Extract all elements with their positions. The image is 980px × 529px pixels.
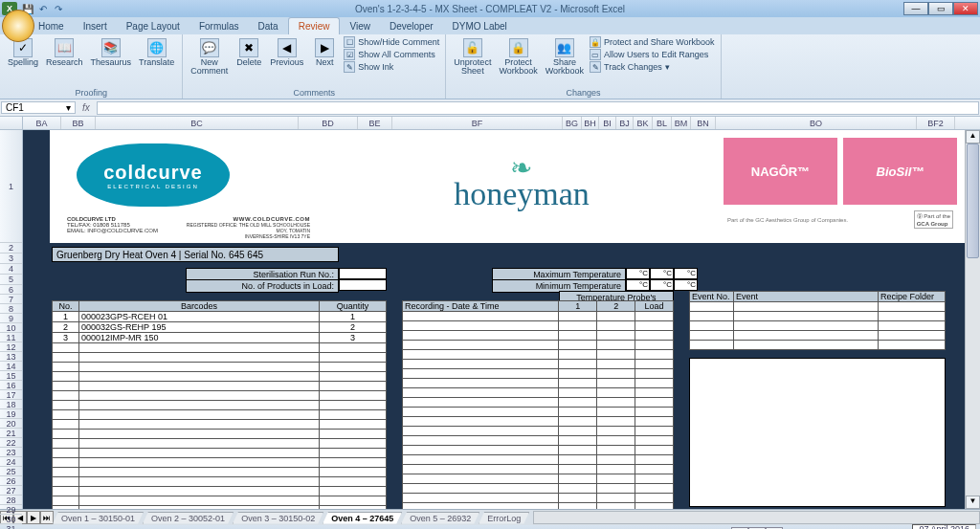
row-header[interactable]: 25 xyxy=(0,467,22,476)
row-header[interactable]: 24 xyxy=(0,457,22,467)
table-row[interactable] xyxy=(53,401,387,410)
row-header[interactable]: 28 xyxy=(0,496,22,505)
row-header[interactable]: 11 xyxy=(0,333,22,342)
col-header[interactable]: BK xyxy=(634,117,653,129)
table-row[interactable] xyxy=(53,382,387,391)
max-t2[interactable]: °C xyxy=(650,268,674,279)
show-all-comments-button[interactable]: ☑Show All Comments xyxy=(344,49,439,60)
row-header[interactable]: 1 xyxy=(0,130,22,243)
translate-button[interactable]: 🌐Translate xyxy=(137,36,176,69)
table-row[interactable] xyxy=(403,312,674,321)
next-comment-button[interactable]: ▶Next xyxy=(309,36,340,69)
col-header[interactable]: BF xyxy=(392,117,563,129)
row-header[interactable]: 9 xyxy=(0,314,22,323)
col-header[interactable]: BC xyxy=(96,117,299,129)
table-row[interactable]: 3000012IMP-MR 1503 xyxy=(53,333,387,343)
max-t1[interactable]: °C xyxy=(626,268,650,279)
row-header[interactable]: 23 xyxy=(0,448,22,457)
table-row[interactable] xyxy=(403,331,674,341)
table-row[interactable] xyxy=(53,391,387,401)
protect-share-button[interactable]: 🔒Protect and Share Workbook xyxy=(590,36,714,48)
col-header[interactable]: BB xyxy=(61,117,96,129)
table-row[interactable] xyxy=(403,321,674,331)
table-row[interactable] xyxy=(53,430,387,439)
show-ink-button[interactable]: ✎Show Ink xyxy=(344,61,439,73)
col-header[interactable]: BL xyxy=(653,117,672,129)
table-row[interactable] xyxy=(53,468,387,477)
row-header[interactable]: 19 xyxy=(0,409,22,419)
sheet-tab[interactable]: Oven 4 – 27645 xyxy=(323,512,402,524)
row-header[interactable]: 26 xyxy=(0,476,22,486)
table-row[interactable] xyxy=(403,446,674,455)
table-row[interactable] xyxy=(53,496,387,506)
table-row[interactable] xyxy=(403,341,674,350)
table-row[interactable] xyxy=(403,455,674,465)
table-row[interactable] xyxy=(403,474,674,484)
table-row[interactable]: 2000032GS-REHP 1952 xyxy=(53,322,387,333)
table-row[interactable] xyxy=(53,506,387,510)
row-header[interactable]: 6 xyxy=(0,285,22,295)
table-row[interactable]: 1000023GPS-RCEH 011 xyxy=(53,312,387,322)
previous-comment-button[interactable]: ◀Previous xyxy=(268,36,305,69)
table-row[interactable] xyxy=(690,331,946,341)
table-row[interactable] xyxy=(690,312,946,321)
tab-developer[interactable]: Developer xyxy=(380,18,443,34)
min-t3[interactable]: °C xyxy=(674,279,698,291)
tab-dymo[interactable]: DYMO Label xyxy=(443,18,517,34)
table-row[interactable] xyxy=(403,360,674,369)
undo-icon[interactable]: ↶ xyxy=(36,2,50,15)
min-t1[interactable]: °C xyxy=(626,279,650,291)
max-t3[interactable]: °C xyxy=(674,268,698,279)
row-header[interactable]: 17 xyxy=(0,390,22,400)
table-row[interactable] xyxy=(53,458,387,468)
maximize-button[interactable]: ▭ xyxy=(928,2,953,15)
research-button[interactable]: 📖Research xyxy=(44,36,85,69)
col-header[interactable]: BF2 xyxy=(917,117,955,129)
new-comment-button[interactable]: 💬New Comment xyxy=(189,36,230,77)
scroll-up-icon[interactable]: ▲ xyxy=(966,130,980,143)
table-row[interactable] xyxy=(403,369,674,379)
thesaurus-button[interactable]: 📚Thesaurus xyxy=(89,36,134,69)
row-header[interactable]: 30 xyxy=(0,515,22,524)
sheet-tab[interactable]: Oven 5 – 26932 xyxy=(401,512,479,524)
tab-home[interactable]: Home xyxy=(29,18,74,34)
row-header[interactable]: 13 xyxy=(0,352,22,362)
table-row[interactable] xyxy=(403,398,674,408)
table-row[interactable] xyxy=(53,372,387,382)
formula-input[interactable] xyxy=(97,101,979,115)
row-header[interactable]: 10 xyxy=(0,323,22,333)
tab-insert[interactable]: Insert xyxy=(74,18,117,34)
share-workbook-button[interactable]: 👥Share Workbook xyxy=(544,36,586,77)
table-row[interactable] xyxy=(403,388,674,398)
tab-nav-last-icon[interactable]: ⏭ xyxy=(40,511,54,524)
row-header[interactable]: 31 xyxy=(0,524,22,529)
show-hide-comment-button[interactable]: ☐Show/Hide Comment xyxy=(344,36,439,48)
col-header[interactable]: BM xyxy=(672,117,691,129)
delete-comment-button[interactable]: ✖Delete xyxy=(234,36,264,69)
table-row[interactable] xyxy=(53,353,387,363)
min-t2[interactable]: °C xyxy=(650,279,674,291)
table-row[interactable] xyxy=(53,410,387,420)
table-row[interactable] xyxy=(53,439,387,449)
col-header[interactable]: BD xyxy=(299,117,358,129)
row-header[interactable]: 16 xyxy=(0,381,22,390)
scroll-down-icon[interactable]: ▼ xyxy=(966,496,980,509)
table-row[interactable] xyxy=(403,350,674,360)
name-box[interactable]: CF1▾ xyxy=(1,101,76,114)
sheet-tab[interactable]: Oven 2 – 30052-01 xyxy=(143,512,234,524)
row-header[interactable]: 15 xyxy=(0,371,22,381)
products-value[interactable] xyxy=(339,279,387,291)
minimize-button[interactable]: — xyxy=(903,2,928,15)
row-header[interactable]: 4 xyxy=(0,264,22,275)
row-header[interactable]: 22 xyxy=(0,438,22,448)
track-changes-button[interactable]: ✎Track Changes ▾ xyxy=(590,61,714,73)
sheet-tab[interactable]: Oven 1 – 30150-01 xyxy=(53,512,144,524)
row-header[interactable]: 2 xyxy=(0,243,22,253)
table-row[interactable] xyxy=(53,487,387,496)
row-header[interactable]: 20 xyxy=(0,419,22,429)
table-row[interactable] xyxy=(403,503,674,510)
close-button[interactable]: ✕ xyxy=(953,2,978,15)
row-header[interactable]: 5 xyxy=(0,275,22,285)
table-row[interactable] xyxy=(403,494,674,503)
tab-review[interactable]: Review xyxy=(288,17,341,34)
